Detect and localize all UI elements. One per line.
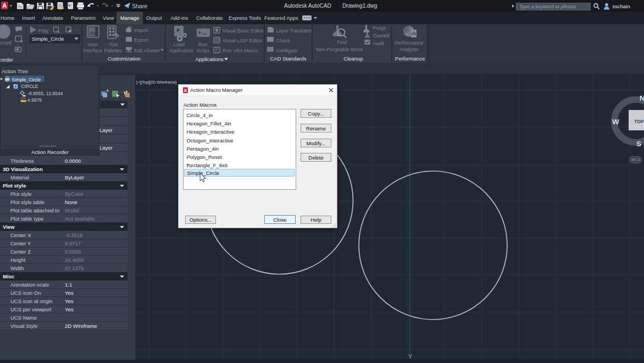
svg-text:A: A [184,88,187,93]
svg-text:corder: corder [0,57,13,63]
svg-text:TOP: TOP [634,119,644,124]
svg-text:Applications: Applications [195,56,223,62]
svg-text:Audit: Audit [373,41,385,46]
svg-text:Check: Check [276,38,291,43]
svg-text:Simple_Circle: Simple_Circle [32,36,64,42]
svg-text:Edit Aliases: Edit Aliases [134,48,160,53]
svg-text:Palettes: Palettes [104,48,123,53]
svg-text:Load: Load [174,42,185,47]
svg-text:Purge: Purge [373,25,386,31]
svg-text:S: S [636,140,641,148]
svg-text:Overkill: Overkill [373,33,390,38]
svg-text:Record: Record [0,40,12,46]
svg-text:Import: Import [134,28,148,33]
svg-text:Run VBA Macro: Run VBA Macro [223,48,258,53]
svg-text:Non-Purgeable Items: Non-Purgeable Items [316,47,363,52]
svg-text:Run: Run [198,42,208,47]
svg-text:Action Tree: Action Tree [2,68,28,74]
svg-text:WCS: WCS [631,158,641,162]
svg-text:Performance: Performance [395,40,424,46]
svg-text:N: N [640,94,644,102]
svg-text:Type a keyword or phrase: Type a keyword or phrase [519,4,576,9]
svg-text:User: User [87,42,98,47]
svg-text:Drawing1.dwg: Drawing1.dwg [342,3,377,9]
svg-text:A: A [2,2,7,9]
svg-text:Customization: Customization [108,56,141,62]
svg-text:Visual Basic Editor: Visual Basic Editor [223,28,264,34]
svg-text:Play: Play [38,28,49,34]
svg-text:CIRCLE: CIRCLE [21,84,38,89]
svg-text:Analyzer: Analyzer [399,47,419,52]
svg-text:sschain: sschain [613,3,630,9]
svg-text:Layer Translator: Layer Translator [276,28,312,34]
svg-text:Tool: Tool [109,42,118,47]
svg-text:Performance: Performance [395,56,425,62]
svg-text:-8.9055, 12.6544: -8.9055, 12.6544 [27,91,63,96]
svg-text:Find: Find [337,40,347,45]
svg-text:CUI: CUI [90,31,96,35]
svg-text:Export: Export [134,37,149,43]
svg-text:Simple_Circle: Simple_Circle [12,77,41,82]
svg-text:Action Recorder: Action Recorder [31,149,69,155]
svg-text:Cleanup: Cleanup [343,56,363,62]
svg-text:CAD Standards: CAD Standards [270,56,306,62]
svg-text:W: W [612,118,619,126]
svg-text:Application: Application [169,48,193,53]
svg-text:Configure: Configure [276,48,298,53]
svg-text:Share: Share [132,3,147,9]
svg-text:Interface: Interface [83,48,102,53]
svg-text:Script: Script [196,48,209,53]
svg-text:4.9979: 4.9979 [27,97,42,103]
svg-text:Autodesk AutoCAD: Autodesk AutoCAD [284,3,331,9]
svg-text:Visual LISP Editor: Visual LISP Editor [223,38,262,43]
